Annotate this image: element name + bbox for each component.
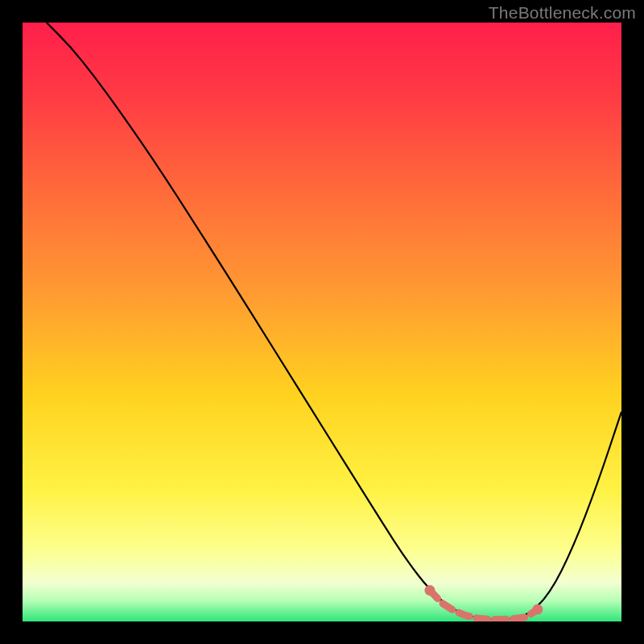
bottleneck-chart (23, 23, 621, 621)
attribution-label: TheBottleneck.com (489, 3, 636, 23)
chart-background-gradient (23, 23, 621, 621)
optimal-range-endpoint (532, 605, 543, 615)
chart-frame (23, 23, 621, 621)
optimal-range-endpoint (424, 585, 435, 596)
